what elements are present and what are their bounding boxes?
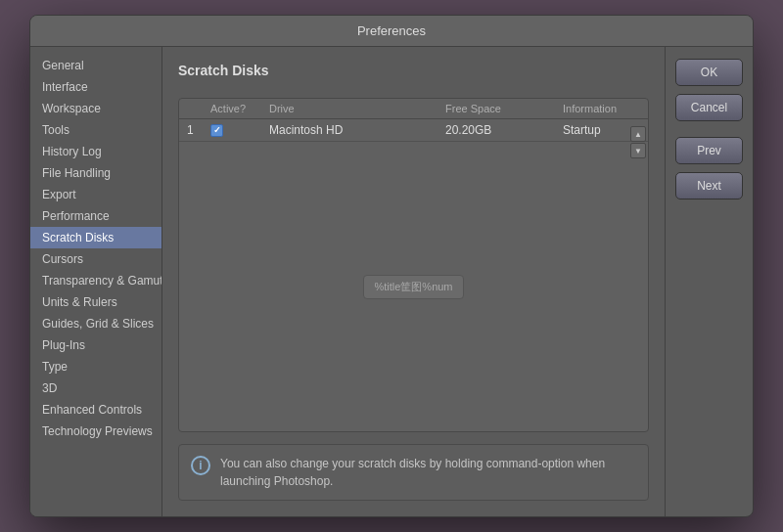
row-active-checkbox[interactable]	[210, 124, 269, 137]
ok-button[interactable]: OK	[675, 59, 743, 86]
sidebar-item-technology-previews[interactable]: Technology Previews	[30, 421, 161, 442]
main-content: Scratch Disks Active? Drive Free Space I…	[162, 47, 665, 516]
sidebar-item-type[interactable]: Type	[30, 356, 161, 377]
scroll-down-button[interactable]: ▼	[630, 143, 646, 158]
sidebar-item-guides-grid--slices[interactable]: Guides, Grid & Slices	[30, 313, 161, 334]
sidebar-item-cursors[interactable]: Cursors	[30, 248, 161, 270]
scroll-buttons: ▲ ▼	[630, 126, 646, 158]
sidebar-item-general[interactable]: General	[30, 55, 161, 76]
scroll-up-button[interactable]: ▲	[630, 126, 646, 142]
sidebar-item-enhanced-controls[interactable]: Enhanced Controls	[30, 399, 161, 421]
sidebar-item-units--rulers[interactable]: Units & Rulers	[30, 291, 161, 313]
sidebar-item-transparency--gamut[interactable]: Transparency & Gamut	[30, 270, 161, 291]
table-empty-area: %title筐图%num	[179, 142, 648, 431]
sidebar-item-export[interactable]: Export	[30, 184, 161, 205]
col-num-header	[187, 103, 210, 114]
cancel-button[interactable]: Cancel	[675, 94, 743, 121]
preferences-dialog: Preferences GeneralInterfaceWorkspaceToo…	[29, 15, 754, 517]
sidebar-item-performance[interactable]: Performance	[30, 205, 161, 227]
row-free-space: 20.20GB	[445, 123, 563, 137]
table-row[interactable]: 1 Macintosh HD 20.20GB Startup	[179, 119, 648, 142]
row-drive: Macintosh HD	[269, 123, 445, 137]
button-panel: OK Cancel Prev Next	[665, 47, 753, 516]
sidebar-item-scratch-disks[interactable]: Scratch Disks	[30, 227, 161, 248]
dialog-title: Preferences	[30, 16, 753, 47]
info-text: You can also change your scratch disks b…	[220, 455, 636, 490]
sidebar-item-plug-ins[interactable]: Plug-Ins	[30, 334, 161, 356]
col-drive-header: Drive	[269, 103, 445, 114]
scroll-up-icon: ▲	[634, 130, 642, 139]
sidebar-item-history-log[interactable]: History Log	[30, 141, 161, 162]
row-information: Startup	[563, 123, 640, 137]
next-button[interactable]: Next	[675, 172, 743, 200]
sidebar-item-3d[interactable]: 3D	[30, 377, 161, 399]
sidebar-item-interface[interactable]: Interface	[30, 76, 161, 98]
sidebar-item-file-handling[interactable]: File Handling	[30, 162, 161, 184]
sidebar-item-tools[interactable]: Tools	[30, 119, 161, 141]
checkbox-macintosh-hd[interactable]	[210, 124, 223, 137]
col-info-header: Information	[563, 103, 640, 114]
prev-button[interactable]: Prev	[675, 137, 743, 164]
info-icon: i	[191, 456, 210, 475]
section-title: Scratch Disks	[178, 63, 649, 78]
info-box: i You can also change your scratch disks…	[178, 444, 649, 501]
placeholder-button[interactable]: %title筐图%num	[363, 275, 463, 299]
scroll-down-icon: ▼	[634, 147, 642, 155]
row-num: 1	[187, 123, 210, 137]
sidebar-item-workspace[interactable]: Workspace	[30, 98, 161, 119]
col-active-header: Active?	[210, 103, 269, 114]
col-free-header: Free Space	[445, 103, 563, 114]
table-header: Active? Drive Free Space Information	[179, 99, 648, 119]
scratch-disks-table: Active? Drive Free Space Information 1 M…	[178, 98, 649, 432]
sidebar: GeneralInterfaceWorkspaceToolsHistory Lo…	[30, 47, 162, 516]
